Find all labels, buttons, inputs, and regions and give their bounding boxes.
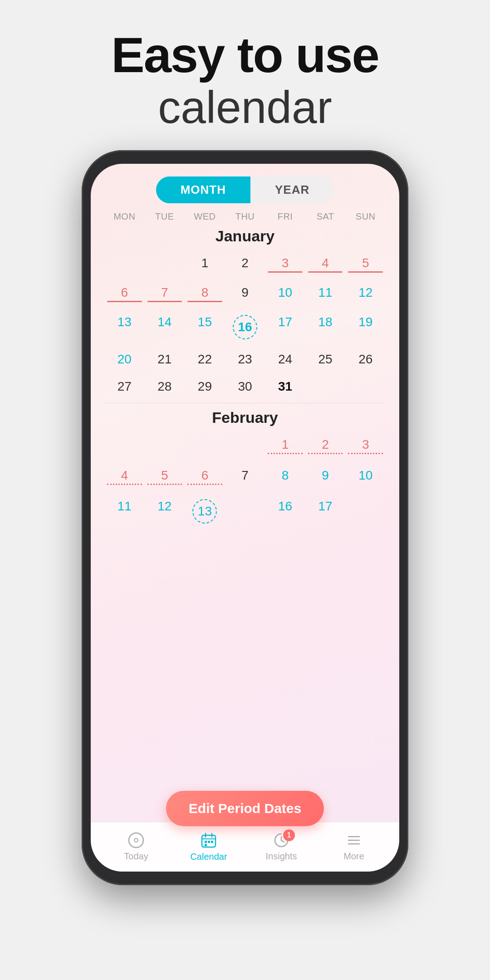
table-row[interactable]: 7	[225, 464, 265, 491]
svg-rect-6	[205, 841, 207, 843]
day-header-fri: FRI	[265, 211, 305, 222]
nav-label-today: Today	[124, 851, 148, 862]
table-row[interactable]: 1	[265, 433, 305, 460]
table-row[interactable]: 6	[185, 464, 225, 491]
table-row[interactable]: 13	[185, 495, 225, 528]
table-row[interactable]: 4	[104, 464, 145, 491]
table-row[interactable]: 8	[185, 281, 225, 307]
svg-rect-9	[205, 844, 207, 846]
svg-rect-7	[208, 841, 210, 843]
table-row[interactable]: 16	[265, 495, 305, 528]
table-row	[145, 433, 185, 460]
table-row[interactable]: 1	[185, 251, 225, 277]
table-row[interactable]: 24	[265, 348, 305, 371]
today-cell[interactable]: 16	[225, 310, 265, 344]
nav-item-calendar[interactable]: Calendar	[186, 832, 231, 862]
february-grid: 1 2 3 4 5 6 7 8 9 10 11 12 13 16	[104, 433, 386, 528]
nav-label-more: More	[343, 851, 364, 862]
table-row	[345, 495, 386, 528]
table-row[interactable]: 4	[305, 251, 346, 277]
table-row[interactable]: 2	[225, 251, 265, 277]
table-row	[104, 433, 145, 460]
edit-period-dates-button[interactable]: Edit Period Dates	[166, 791, 324, 826]
table-row[interactable]: 5	[345, 251, 386, 277]
more-icon	[346, 832, 362, 848]
table-row[interactable]: 26	[345, 348, 386, 371]
page-header: Easy to use calendar	[111, 27, 378, 132]
table-row[interactable]: 10	[265, 281, 305, 307]
january-section: January 1 2 3 4 5 6 7 8 9 10 11	[95, 227, 395, 398]
table-row[interactable]: 9	[225, 281, 265, 307]
nav-item-more[interactable]: More	[331, 832, 377, 862]
table-row[interactable]: 2	[305, 433, 346, 460]
table-row[interactable]: 30	[225, 375, 265, 398]
day-header-wed: WED	[185, 211, 225, 222]
day-header-mon: MON	[104, 211, 145, 222]
table-row[interactable]: 3	[345, 433, 386, 460]
table-row[interactable]: 21	[145, 348, 185, 371]
table-row[interactable]: 13	[104, 310, 145, 344]
nav-item-insights[interactable]: 1 Insights	[259, 832, 304, 862]
day-header-sun: SUN	[345, 211, 386, 222]
phone-screen: MONTH YEAR MON TUE WED THU FRI SAT SUN J…	[91, 164, 399, 872]
table-row[interactable]: 6	[104, 281, 145, 307]
table-row[interactable]	[104, 251, 145, 277]
table-row[interactable]: 11	[104, 495, 145, 528]
header-line2: calendar	[111, 82, 378, 132]
day-header-tue: TUE	[145, 211, 185, 222]
table-row[interactable]: 8	[265, 464, 305, 491]
table-row[interactable]: 5	[145, 464, 185, 491]
january-title: January	[104, 227, 386, 245]
insights-icon-wrapper: 1	[273, 832, 289, 848]
table-row	[225, 433, 265, 460]
header-line1: Easy to use	[111, 27, 378, 82]
table-row	[305, 375, 346, 398]
month-divider	[104, 403, 386, 403]
table-row[interactable]: 18	[305, 310, 346, 344]
nav-label-insights: Insights	[266, 851, 297, 862]
day-header-thu: THU	[225, 211, 265, 222]
nav-label-calendar: Calendar	[190, 852, 227, 862]
table-row[interactable]: 17	[265, 310, 305, 344]
table-row[interactable]: 7	[145, 281, 185, 307]
day-headers: MON TUE WED THU FRI SAT SUN	[95, 211, 395, 222]
table-row[interactable]: 17	[305, 495, 346, 528]
table-row[interactable]: 12	[145, 495, 185, 528]
svg-point-1	[134, 838, 138, 842]
table-row	[185, 433, 225, 460]
table-row[interactable]: 22	[185, 348, 225, 371]
table-row[interactable]: 12	[345, 281, 386, 307]
table-row[interactable]: 29	[185, 375, 225, 398]
calendar-content: MONTH YEAR MON TUE WED THU FRI SAT SUN J…	[91, 164, 399, 872]
table-row[interactable]: 28	[145, 375, 185, 398]
view-toggle: MONTH YEAR	[95, 176, 395, 203]
year-toggle-btn[interactable]: YEAR	[250, 176, 334, 203]
february-title: February	[104, 409, 386, 426]
bottom-nav: Today Calendar	[91, 822, 399, 872]
svg-point-0	[129, 833, 143, 848]
table-row[interactable]: 20	[104, 348, 145, 371]
phone-shell: MONTH YEAR MON TUE WED THU FRI SAT SUN J…	[82, 150, 408, 885]
month-toggle-btn[interactable]: MONTH	[156, 176, 250, 203]
table-row[interactable]: 11	[305, 281, 346, 307]
day-header-sat: SAT	[305, 211, 346, 222]
table-row[interactable]: 15	[185, 310, 225, 344]
table-row[interactable]: 31	[265, 375, 305, 398]
table-row[interactable]: 27	[104, 375, 145, 398]
table-row[interactable]: 25	[305, 348, 346, 371]
table-row[interactable]: 10	[345, 464, 386, 491]
table-row[interactable]: 3	[265, 251, 305, 277]
today-icon	[128, 832, 144, 848]
february-section: February 1 2 3 4 5 6 7 8 9	[95, 409, 395, 528]
table-row[interactable]	[145, 251, 185, 277]
table-row	[345, 375, 386, 398]
svg-rect-8	[211, 841, 213, 843]
january-grid: 1 2 3 4 5 6 7 8 9 10 11 12 13 14 15	[104, 251, 386, 398]
table-row[interactable]: 19	[345, 310, 386, 344]
calendar-icon	[200, 832, 217, 849]
nav-item-today[interactable]: Today	[113, 832, 159, 862]
table-row[interactable]: 23	[225, 348, 265, 371]
table-row[interactable]: 14	[145, 310, 185, 344]
insights-badge: 1	[283, 829, 295, 841]
table-row[interactable]: 9	[305, 464, 346, 491]
